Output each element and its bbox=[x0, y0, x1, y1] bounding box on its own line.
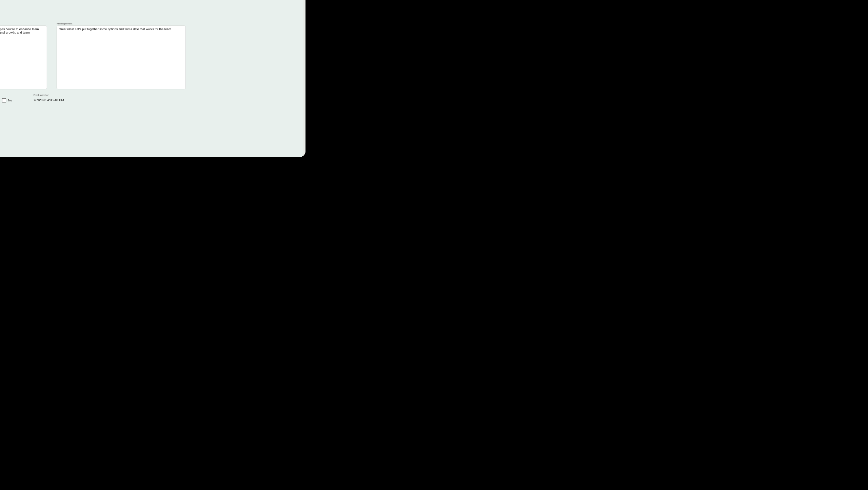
evaluated-date-value: 7/7/2023 4:35:40 PM bbox=[34, 98, 64, 102]
management-label: Management bbox=[57, 22, 186, 25]
management-textarea[interactable] bbox=[57, 26, 186, 89]
approved-no-checkbox[interactable] bbox=[2, 98, 6, 102]
no-label: No bbox=[8, 99, 12, 102]
suggestion-label: Suggestion bbox=[0, 22, 47, 25]
evaluated-label: Evaluated on bbox=[34, 93, 64, 96]
suggestion-textarea[interactable] bbox=[0, 26, 47, 89]
approved-label: Approved? bbox=[0, 93, 24, 96]
